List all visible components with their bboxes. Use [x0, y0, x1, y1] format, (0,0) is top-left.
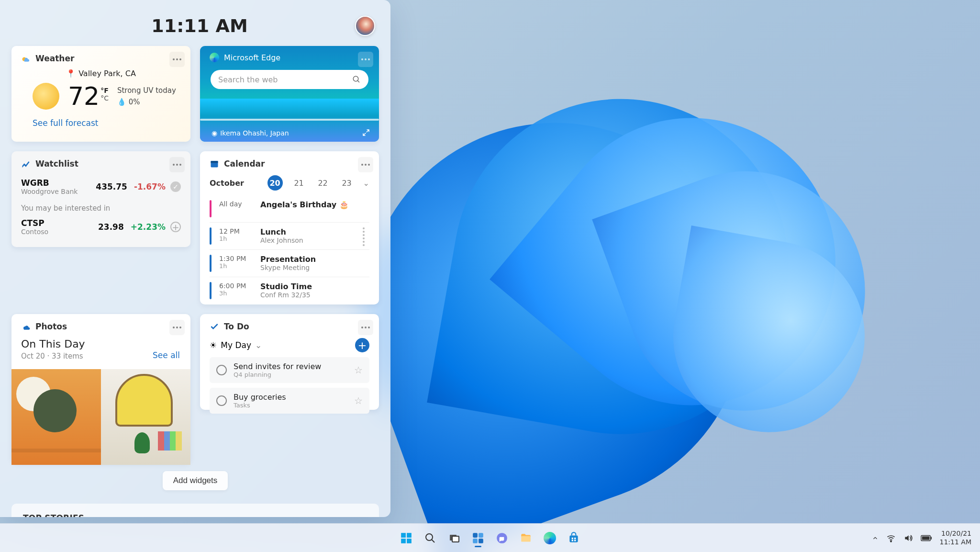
- todo-task[interactable]: Buy groceriesTasks ☆: [210, 388, 369, 414]
- battery-icon[interactable]: [921, 535, 932, 541]
- calendar-event[interactable]: 1:30 PM1h PresentationSkype Meeting: [210, 249, 369, 277]
- calendar-day[interactable]: 22: [315, 175, 331, 191]
- todo-task[interactable]: Send invites for reviewQ4 planning ☆: [210, 357, 369, 383]
- calendar-more-button[interactable]: [358, 157, 373, 172]
- star-icon[interactable]: ☆: [354, 364, 363, 376]
- svg-point-42: [890, 541, 891, 541]
- calendar-widget[interactable]: Calendar October 20 21 22 23 ⌄ All day A…: [200, 151, 379, 304]
- photos-title: Photos: [35, 322, 67, 331]
- task-checkbox[interactable]: [216, 365, 227, 375]
- sun-icon: [33, 83, 59, 110]
- calendar-title: Calendar: [224, 159, 265, 169]
- see-forecast-link[interactable]: See full forecast: [33, 118, 181, 128]
- svg-rect-13: [211, 161, 218, 163]
- weather-more-button[interactable]: [169, 52, 185, 67]
- svg-rect-24: [407, 533, 412, 538]
- svg-line-28: [432, 540, 434, 542]
- svg-rect-44: [922, 536, 929, 540]
- watchlist-widget[interactable]: Watchlist WGRB Woodgrove Bank 435.75 -1.…: [11, 151, 190, 247]
- panel-clock: 11:11 AM: [44, 15, 355, 36]
- file-explorer-button[interactable]: [516, 528, 536, 548]
- svg-point-22: [368, 327, 370, 328]
- top-stories-widget: TOP STORIES USA Today · 3 mins One of th…: [11, 504, 379, 517]
- tray-clock[interactable]: 10/20/21 11:11 AM: [940, 529, 971, 546]
- svg-rect-30: [452, 536, 459, 542]
- svg-rect-38: [572, 537, 573, 539]
- calendar-day[interactable]: 20: [267, 175, 283, 191]
- svg-point-9: [173, 164, 175, 166]
- svg-point-14: [361, 164, 363, 166]
- volume-icon[interactable]: [903, 533, 913, 543]
- store-button[interactable]: [564, 528, 584, 548]
- drag-handle-icon[interactable]: [363, 227, 365, 246]
- edge-icon: [544, 532, 556, 544]
- task-checkbox[interactable]: [216, 395, 227, 406]
- calendar-event[interactable]: 6:00 PM3h Studio TimeConf Rm 32/35: [210, 277, 369, 304]
- photos-widget[interactable]: Photos On This Day Oct 20 · 33 items See…: [11, 314, 190, 462]
- svg-point-7: [353, 76, 358, 81]
- add-widgets-button[interactable]: Add widgets: [163, 471, 228, 490]
- svg-point-15: [365, 164, 367, 166]
- calendar-icon: [210, 159, 219, 169]
- edge-widget[interactable]: Microsoft Edge Search the web ◉ Ikema Oh…: [200, 46, 379, 142]
- star-icon[interactable]: ☆: [354, 395, 363, 406]
- task-view-button[interactable]: [444, 528, 464, 548]
- top-stories-heading: TOP STORIES: [23, 513, 368, 517]
- edge-more-button[interactable]: [358, 52, 373, 67]
- chevron-down-icon[interactable]: ⌄: [363, 179, 369, 188]
- photos-see-all-link[interactable]: See all: [153, 350, 180, 360]
- calendar-day[interactable]: 21: [291, 175, 307, 191]
- photo-thumbnail[interactable]: [101, 369, 190, 465]
- svg-rect-23: [401, 533, 406, 538]
- svg-rect-45: [931, 537, 932, 540]
- stock-row[interactable]: CTSP Contoso 23.98 +2.23% +: [21, 215, 181, 238]
- stock-add[interactable]: +: [170, 222, 181, 232]
- unit-fahrenheit[interactable]: °F: [100, 87, 109, 94]
- unit-celsius[interactable]: °C: [100, 94, 109, 102]
- todo-more-button[interactable]: [358, 320, 373, 335]
- widgets-button[interactable]: [468, 528, 488, 548]
- user-avatar[interactable]: [355, 16, 375, 36]
- svg-point-5: [365, 58, 367, 60]
- search-button[interactable]: [420, 528, 440, 548]
- svg-point-20: [361, 327, 363, 328]
- svg-line-8: [357, 80, 359, 82]
- photo-thumbnail[interactable]: [11, 369, 101, 465]
- weather-widget[interactable]: Weather 📍 Valley Park, CA 72 °F °C: [11, 46, 190, 142]
- calendar-event[interactable]: 12 PM1h LunchAlex Johnson: [210, 222, 369, 249]
- stock-toggle[interactable]: ✓: [170, 181, 181, 192]
- start-button[interactable]: [396, 528, 416, 548]
- watchlist-title: Watchlist: [35, 159, 78, 169]
- svg-point-27: [426, 534, 433, 541]
- svg-rect-41: [574, 540, 576, 541]
- edge-caption: ◉ Ikema Ohashi, Japan: [212, 129, 289, 137]
- svg-point-16: [368, 164, 370, 166]
- location-pin-icon: 📍: [66, 69, 76, 78]
- sun-outline-icon: ☀: [210, 340, 217, 350]
- calendar-day[interactable]: 23: [339, 175, 355, 191]
- photos-more-button[interactable]: [169, 320, 185, 335]
- watchlist-hint: You may be interested in: [21, 204, 181, 213]
- wifi-icon[interactable]: [886, 533, 896, 543]
- tray-chevron-icon[interactable]: [872, 535, 879, 541]
- add-task-button[interactable]: +: [355, 338, 369, 352]
- stock-row[interactable]: WGRB Woodgrove Bank 435.75 -1.67% ✓: [21, 175, 181, 198]
- calendar-month[interactable]: October: [210, 179, 244, 188]
- svg-rect-33: [473, 539, 478, 543]
- expand-icon[interactable]: [362, 128, 370, 137]
- svg-rect-34: [479, 539, 483, 543]
- edge-button[interactable]: [540, 528, 560, 548]
- todo-list-name[interactable]: My Day: [221, 340, 251, 350]
- svg-rect-25: [401, 539, 406, 543]
- onedrive-icon: [21, 322, 31, 331]
- chat-button[interactable]: [492, 528, 512, 548]
- svg-point-4: [361, 58, 363, 60]
- svg-point-18: [176, 327, 178, 328]
- svg-point-19: [179, 327, 181, 328]
- calendar-event[interactable]: All day Angela's Birthday 🎂: [210, 195, 369, 222]
- chevron-down-icon[interactable]: ⌄: [255, 340, 262, 350]
- watchlist-more-button[interactable]: [169, 157, 185, 172]
- edge-search-input[interactable]: Search the web: [211, 70, 368, 89]
- todo-widget[interactable]: To Do ☀ My Day ⌄ + Send invites for revi…: [200, 314, 379, 410]
- weather-location: Valley Park, CA: [78, 69, 136, 78]
